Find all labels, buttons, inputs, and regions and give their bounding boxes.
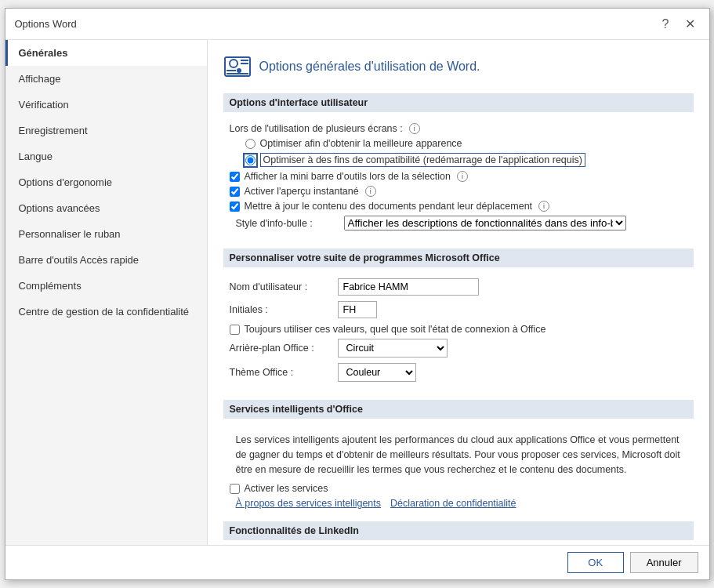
initiales-input[interactable] [338,301,377,318]
username-input[interactable] [338,278,479,296]
interface-options-group: Lors de l'utilisation de plusieurs écran… [223,120,694,241]
update-content-checkbox[interactable] [230,201,240,212]
svg-point-1 [230,60,237,67]
options-word-dialog: Options Word ? ✕ Générales Affichage Vér… [5,8,710,580]
sidebar-item-affichage[interactable]: Affichage [5,66,207,92]
check2-label: Activer l'aperçu instantané [245,186,359,197]
services-group: Les services intelligents ajoutent les p… [223,426,694,514]
about-services-link[interactable]: À propos des services intelligents [236,498,382,509]
services-links-row: À propos des services intelligents Décla… [230,498,694,509]
sidebar-item-acces-rapide[interactable]: Barre d'outils Accès rapide [5,247,207,273]
content-header: Options générales d'utilisation de Word. [223,53,694,81]
theme-select[interactable]: Couleur [338,363,416,382]
section-header-linkedin: Fonctionnalités de LinkedIn [223,521,694,540]
check1-row: Afficher la mini barre d'outils lors de … [230,171,694,182]
multi-screen-label: Lors de l'utilisation de plusieurs écran… [230,123,403,134]
sidebar-item-avancees[interactable]: Options avancées [5,195,207,221]
office-options-group: Nom d'utilisateur : Initiales : Toujours… [223,275,694,392]
initiales-row: Initiales : [230,301,694,318]
style-row: Style d'info-bulle : Afficher les descri… [230,216,694,230]
apercu-info-icon: i [365,186,376,197]
background-row: Arrière-plan Office : Circuit [230,339,694,358]
title-bar-right: ? ✕ [658,16,700,32]
title-bar: Options Word ? ✕ [5,9,709,40]
style-label: Style d'info-bulle : [236,218,338,229]
options-icon [223,53,252,81]
close-button[interactable]: ✕ [680,16,700,32]
radio2-label[interactable]: Optimiser à des fins de compatibilité (r… [260,153,585,167]
activate-services-checkbox[interactable] [230,484,240,494]
content-area: Options générales d'utilisation de Word.… [208,40,709,545]
style-select[interactable]: Afficher les descriptions de fonctionnal… [344,216,626,230]
content-title: Options générales d'utilisation de Word. [259,60,480,74]
theme-label: Thème Office : [230,367,332,378]
multi-screen-row: Lors de l'utilisation de plusieurs écran… [230,123,694,134]
radio1-row: Optimiser afin d'obtenir la meilleure ap… [230,138,694,149]
background-label: Arrière-plan Office : [230,343,332,354]
initiales-label: Initiales : [230,304,332,315]
sidebar-item-langue[interactable]: Langue [5,143,207,169]
mini-toolbar-info-icon: i [457,171,468,182]
help-button[interactable]: ? [658,16,674,32]
multi-screen-info-icon: i [409,123,420,134]
check2-row: Activer l'aperçu instantané i [230,186,694,197]
title-bar-left: Options Word [15,18,77,30]
username-row: Nom d'utilisateur : [230,278,694,296]
radio2-row: Optimiser à des fins de compatibilité (r… [230,153,694,167]
always-use-label[interactable]: Toujours utiliser ces valeurs, quel que … [245,324,546,335]
activate-services-label[interactable]: Activer les services [245,483,328,494]
always-use-checkbox[interactable] [230,325,240,335]
sidebar-item-ruban[interactable]: Personnaliser le ruban [5,221,207,247]
username-label: Nom d'utilisateur : [230,281,332,292]
dialog-title: Options Word [15,18,77,30]
check1-label: Afficher la mini barre d'outils lors de … [245,171,451,182]
sidebar-item-verification[interactable]: Vérification [5,92,207,118]
apercu-checkbox[interactable] [230,187,240,197]
activate-services-row: Activer les services [230,483,694,494]
sidebar-item-complements[interactable]: Compléments [5,273,207,299]
ok-button[interactable]: OK [567,552,624,573]
always-use-row: Toujours utiliser ces valeurs, quel que … [230,324,694,335]
update-content-info-icon: i [538,201,549,212]
mini-toolbar-checkbox[interactable] [230,172,240,182]
privacy-link[interactable]: Déclaration de confidentialité [390,498,516,509]
radio-compatibility[interactable] [245,155,256,165]
sidebar-item-ergonomie[interactable]: Options d'ergonomie [5,169,207,195]
sidebar-item-enregistrement[interactable]: Enregistrement [5,118,207,143]
section-header-office: Personnaliser votre suite de programmes … [223,249,694,267]
check3-label: Mettre à jour le contenu des documents p… [245,201,533,212]
radio1-label[interactable]: Optimiser afin d'obtenir la meilleure ap… [260,138,462,149]
dialog-footer: OK Annuler [5,545,709,579]
dialog-body: Générales Affichage Vérification Enregis… [5,40,709,545]
sidebar-item-generales[interactable]: Générales [5,40,207,66]
sidebar: Générales Affichage Vérification Enregis… [5,40,208,545]
services-description: Les services intelligents ajoutent les p… [230,430,694,483]
section-header-interface: Options d'interface utilisateur [223,93,694,112]
radio-best-appearance[interactable] [245,139,256,149]
check3-row: Mettre à jour le contenu des documents p… [230,201,694,212]
sidebar-item-confidentialite[interactable]: Centre de gestion de la confidentialité [5,299,207,325]
svg-point-6 [237,68,241,73]
cancel-button[interactable]: Annuler [630,552,698,573]
section-header-services: Services intelligents d'Office [223,400,694,419]
background-select[interactable]: Circuit [338,339,448,358]
theme-row: Thème Office : Couleur [230,363,694,382]
